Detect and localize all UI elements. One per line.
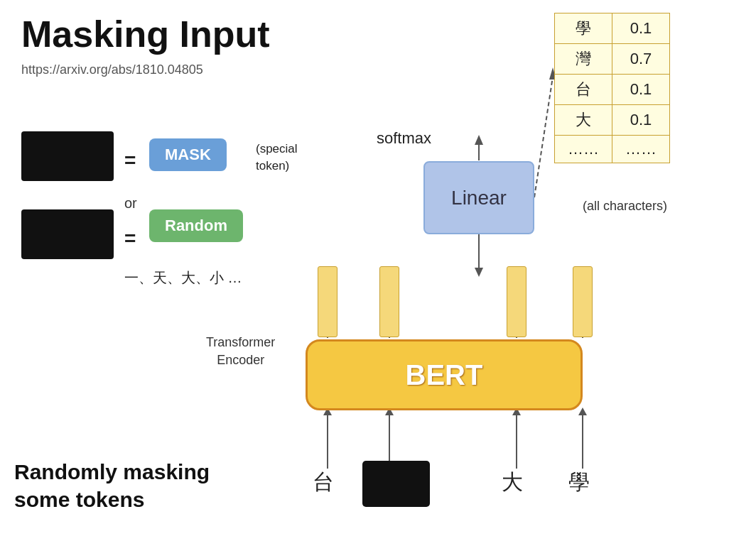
masked-input-token [362, 461, 430, 507]
table-cell-char: 大 [555, 105, 612, 136]
table-row: 大0.1 [555, 105, 670, 136]
page-title: Masking Input [21, 13, 270, 55]
random-badge: Random [149, 209, 243, 242]
svg-line-0 [534, 77, 553, 197]
special-token-label: (specialtoken) [256, 141, 298, 175]
linear-label: Linear [451, 187, 507, 209]
linear-box: Linear [423, 161, 534, 234]
svg-marker-3 [475, 135, 483, 145]
emb-col-3 [507, 266, 526, 337]
output-table: 學0.1灣0.7台0.1大0.1………… [554, 13, 670, 163]
table-cell-char: …… [555, 136, 612, 163]
bert-box: BERT [306, 339, 583, 410]
mask-black-rect [21, 131, 114, 181]
table-row: 灣0.7 [555, 44, 670, 75]
bert-label: BERT [406, 359, 483, 391]
table-cell-value: 0.7 [612, 44, 670, 75]
random-black-rect [21, 209, 114, 259]
equals-sign-2: = [124, 227, 136, 250]
equals-sign-1: = [124, 149, 136, 172]
all-chars-label: (all characters) [583, 199, 667, 214]
table-cell-char: 台 [555, 75, 612, 105]
transformer-encoder-label: TransformerEncoder [206, 334, 275, 369]
arxiv-url: https://arxiv.org/abs/1810.04805 [21, 62, 203, 77]
mask-badge: MASK [149, 138, 227, 171]
softmax-label: softmax [377, 129, 431, 148]
chinese-chars-label: 一、天、大、小 … [124, 268, 242, 288]
table-cell-value: 0.1 [612, 105, 670, 136]
or-label: or [124, 195, 137, 212]
table-cell-value: 0.1 [612, 75, 670, 105]
table-row: 台0.1 [555, 75, 670, 105]
input-char-1: 台 [313, 468, 334, 497]
svg-marker-5 [475, 268, 483, 277]
table-cell-char: 灣 [555, 44, 612, 75]
input-char-4: 學 [568, 468, 590, 497]
table-cell-value: 0.1 [612, 13, 670, 44]
table-row: 學0.1 [555, 13, 670, 44]
table-row: ………… [555, 136, 670, 163]
bottom-caption: Randomly maskingsome tokens [14, 458, 210, 513]
input-char-3: 大 [502, 468, 523, 497]
table-cell-value: …… [612, 136, 670, 163]
emb-col-1 [318, 266, 338, 337]
emb-col-4 [573, 266, 593, 337]
emb-col-2 [379, 266, 399, 337]
table-cell-char: 學 [555, 13, 612, 44]
svg-marker-13 [578, 408, 587, 415]
